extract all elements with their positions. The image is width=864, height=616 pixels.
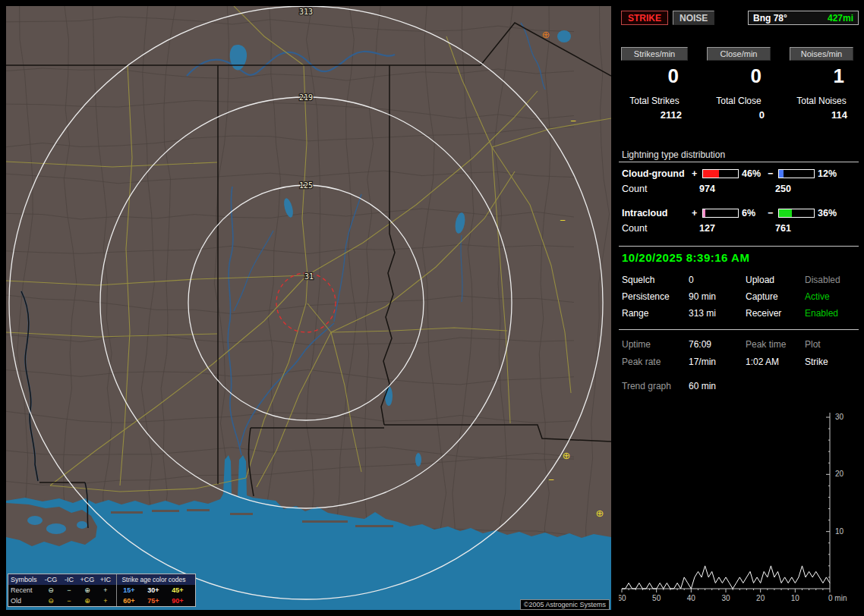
capture-label: Capture: [746, 291, 805, 302]
svg-text:30: 30: [721, 594, 730, 602]
cg-negative-bar: [778, 169, 815, 178]
peak-time-label: Peak time: [746, 339, 805, 350]
pos-ic-old-icon: +: [96, 596, 115, 606]
strikes-per-min-button[interactable]: Strikes/min: [621, 47, 688, 61]
neg-cg-recent-icon: ⊖: [42, 585, 60, 596]
legend-recent-label: Recent: [8, 585, 42, 596]
cloud-ground-label: Cloud-ground: [622, 168, 692, 179]
svg-text:20: 20: [835, 470, 844, 478]
cg-positive-count: 974: [699, 184, 775, 194]
strike-symbol: −: [570, 115, 576, 127]
upload-status: Disabled: [805, 275, 858, 285]
neg-ic-old-icon: −: [60, 596, 78, 606]
legend-age-title: Strike age color codes: [116, 574, 191, 585]
divider: [619, 329, 859, 330]
strikes-per-min-value: 0: [621, 61, 688, 91]
neg-ic-recent-icon: −: [60, 585, 78, 596]
strike-symbol: −: [548, 474, 554, 486]
cloud-ground-row: Cloud-ground + 46% − 12%: [622, 168, 859, 179]
control-panel: STRIKE NOISE Bng 78° 427mi Strikes/min C…: [619, 6, 859, 610]
bearing-display: Bng 78° 427mi: [748, 11, 859, 25]
strike-symbol: −: [560, 215, 566, 226]
noises-per-min-button[interactable]: Noises/min: [790, 47, 853, 61]
pos-cg-recent-icon: ⊕: [78, 585, 96, 596]
strike-symbol: ⊕: [542, 29, 550, 40]
total-strikes-value: 2112: [621, 109, 688, 121]
legend-row-recent: Recent ⊖ − ⊕ + 15+ 30+ 45+: [8, 585, 195, 596]
settings-grid: Squelch 0 Upload Disabled Persistence 90…: [622, 275, 859, 319]
total-noises-label: Total Noises: [790, 96, 853, 106]
ring-label-219: 219: [299, 93, 313, 102]
bearing-label: Bng 78°: [753, 13, 787, 24]
ic-positive-count: 127: [699, 223, 775, 234]
age-30: 30+: [141, 585, 166, 596]
age-90: 90+: [166, 596, 190, 606]
svg-text:40: 40: [687, 594, 696, 602]
age-15: 15+: [117, 585, 141, 596]
minus-sign: −: [768, 168, 778, 179]
legend-row-old: Old ⊖ − ⊕ + 60+ 75+ 90+: [8, 596, 195, 606]
uptime-label: Uptime: [622, 339, 689, 350]
pos-ic-recent-icon: +: [96, 585, 115, 596]
age-45: 45+: [166, 585, 190, 596]
upload-label: Upload: [746, 275, 805, 285]
copyright-notice: ©2005 Astrogenic Systems: [520, 599, 610, 610]
total-close-label: Total Close: [707, 96, 771, 106]
intracloud-row: Intracloud + 6% − 36%: [622, 208, 859, 218]
capture-status: Active: [805, 291, 858, 302]
ring-label-31: 31: [304, 272, 314, 281]
squelch-label: Squelch: [622, 275, 689, 285]
close-per-min-value: 0: [707, 61, 771, 91]
svg-text:0 min: 0 min: [828, 594, 847, 602]
ic-count-row: Count 127 761: [622, 223, 859, 234]
divider: [619, 246, 859, 247]
trend-chart: 6050403020100 min102030: [619, 410, 856, 605]
trend-graph-window: 60 min: [689, 381, 746, 391]
rate-counters: Strikes/min Close/min Noises/min 0 0 1 T…: [619, 47, 859, 121]
pos-cg-old-icon: ⊕: [78, 596, 96, 606]
svg-text:60: 60: [619, 594, 626, 602]
noise-button[interactable]: NOISE: [673, 11, 714, 25]
total-close-value: 0: [707, 109, 771, 121]
legend-symbols-title: Symbols: [8, 574, 42, 585]
legend-col-pos-ic: +IC: [96, 574, 115, 585]
ic-positive-pct: 6%: [739, 208, 768, 218]
cg-negative-count: 250: [775, 184, 851, 194]
plus-sign: +: [692, 208, 702, 218]
legend-col-pos-cg: +CG: [78, 574, 96, 585]
strike-button[interactable]: STRIKE: [621, 11, 668, 25]
divider: [619, 162, 859, 162]
total-noises-value: 114: [790, 109, 853, 121]
ring-label-125: 125: [299, 181, 313, 190]
range-value: 313 mi: [689, 308, 746, 319]
intracloud-label: Intracloud: [622, 208, 692, 218]
close-per-min-button[interactable]: Close/min: [707, 47, 771, 61]
total-strikes-label: Total Strikes: [621, 96, 688, 106]
svg-text:30: 30: [835, 413, 844, 421]
range-label: Range: [622, 308, 689, 319]
lightning-map[interactable]: 313 219 125 31 ⊕−−⊕−⊕ Symbols -CG -IC +C…: [6, 6, 611, 610]
legend-col-neg-cg: -CG: [42, 574, 60, 585]
svg-text:10: 10: [791, 594, 800, 602]
age-75: 75+: [141, 596, 166, 606]
receiver-label: Receiver: [746, 308, 805, 319]
trend-graph-row: Trend graph 60 min: [622, 381, 859, 391]
ic-negative-count: 761: [775, 223, 851, 234]
cg-positive-pct: 46%: [739, 168, 768, 179]
peak-rate-label: Peak rate: [622, 357, 689, 367]
svg-text:50: 50: [652, 594, 661, 602]
peak-time-value: 1:02 AM: [746, 357, 805, 367]
count-label: Count: [622, 184, 699, 194]
map-canvas[interactable]: 313 219 125 31 ⊕−−⊕−⊕: [6, 6, 611, 610]
peak-rate-value: 17/min: [689, 357, 746, 367]
svg-text:10: 10: [835, 527, 844, 536]
noises-per-min-value: 1: [790, 61, 853, 91]
legend-old-label: Old: [8, 596, 42, 606]
bearing-distance: 427mi: [828, 13, 853, 24]
ring-label-313: 313: [299, 8, 313, 16]
trend-graph-label: Trend graph: [622, 381, 689, 391]
cg-negative-pct: 12%: [815, 168, 844, 179]
plot-value: Strike: [805, 357, 858, 367]
svg-text:20: 20: [756, 594, 765, 602]
strike-symbol: ⊕: [596, 508, 604, 519]
